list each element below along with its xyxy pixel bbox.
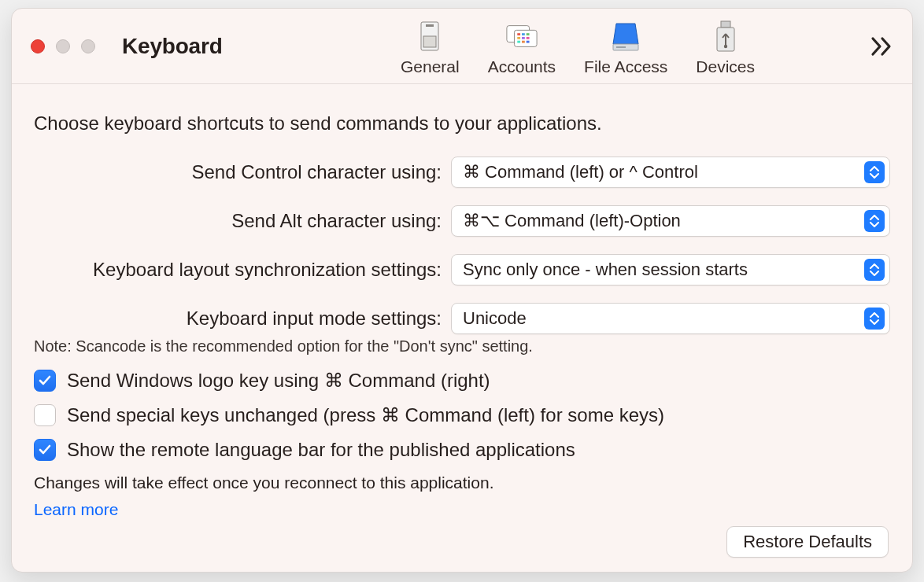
tab-label: Accounts bbox=[488, 57, 556, 76]
preferences-window: Keyboard General bbox=[11, 8, 913, 573]
row-label: Send Alt character using: bbox=[34, 210, 451, 232]
svg-rect-13 bbox=[527, 41, 530, 43]
row-label: Keyboard input mode settings: bbox=[34, 308, 451, 330]
svg-rect-7 bbox=[527, 33, 530, 35]
row-label: Send Control character using: bbox=[34, 161, 451, 183]
window-title: Keyboard bbox=[122, 34, 223, 59]
checkmark-icon bbox=[38, 374, 52, 388]
svg-rect-6 bbox=[522, 33, 525, 35]
svg-rect-1 bbox=[423, 36, 436, 47]
button-label: Restore Defaults bbox=[743, 532, 872, 552]
tab-accounts[interactable]: Accounts bbox=[483, 17, 560, 79]
select-stepper-icon bbox=[864, 308, 885, 330]
svg-rect-15 bbox=[616, 46, 626, 48]
tab-label: Devices bbox=[696, 57, 755, 76]
svg-rect-9 bbox=[522, 37, 525, 39]
tab-file-access[interactable]: File Access bbox=[579, 17, 672, 79]
langbar-checkbox[interactable] bbox=[34, 439, 56, 461]
select-value: ⌘⌥ Command (left)-Option bbox=[463, 211, 681, 231]
accounts-icon bbox=[505, 20, 538, 53]
chevrons-right-icon bbox=[870, 36, 893, 57]
checkbox-label: Send special keys unchanged (press ⌘ Com… bbox=[67, 404, 664, 426]
tab-label: File Access bbox=[584, 57, 667, 76]
checkmark-icon bbox=[38, 443, 52, 457]
toolbar-tabs: General Accounts bbox=[396, 17, 760, 79]
svg-rect-5 bbox=[517, 33, 520, 35]
svg-rect-12 bbox=[522, 41, 525, 43]
tab-devices[interactable]: Devices bbox=[691, 17, 760, 79]
checkbox-label: Show the remote language bar for the pub… bbox=[67, 439, 575, 461]
select-stepper-icon bbox=[864, 161, 885, 183]
preferences-body: Choose keyboard shortcuts to send comman… bbox=[12, 84, 912, 572]
minimize-window-button[interactable] bbox=[56, 39, 70, 53]
svg-rect-11 bbox=[517, 41, 520, 43]
tab-label: General bbox=[401, 57, 460, 76]
winlogo-checkbox[interactable] bbox=[34, 370, 56, 392]
special-keys-checkbox[interactable] bbox=[34, 404, 56, 426]
select-value: Unicode bbox=[463, 308, 527, 329]
select-value: ⌘ Command (left) or ^ Control bbox=[463, 162, 698, 182]
alt-character-select[interactable]: ⌘⌥ Command (left)-Option bbox=[451, 205, 890, 237]
titlebar: Keyboard General bbox=[12, 9, 912, 84]
zoom-window-button[interactable] bbox=[81, 39, 95, 53]
select-stepper-icon bbox=[864, 259, 885, 281]
slider-icon bbox=[413, 20, 446, 53]
usb-drive-icon bbox=[709, 20, 742, 53]
layout-sync-select[interactable]: Sync only once - when session starts bbox=[451, 254, 890, 285]
select-stepper-icon bbox=[864, 210, 885, 232]
learn-more-link[interactable]: Learn more bbox=[34, 500, 118, 519]
svg-point-18 bbox=[723, 45, 726, 48]
row-alt-character: Send Alt character using: ⌘⌥ Command (le… bbox=[34, 205, 890, 237]
checkbox-row-winlogo: Send Windows logo key using ⌘ Command (r… bbox=[34, 370, 890, 392]
row-input-mode: Keyboard input mode settings: Unicode bbox=[34, 303, 890, 334]
input-mode-select[interactable]: Unicode bbox=[451, 303, 890, 334]
scancode-note: Note: Scancode is the recommended option… bbox=[34, 337, 890, 355]
row-control-character: Send Control character using: ⌘ Command … bbox=[34, 157, 890, 188]
checkbox-row-special-keys: Send special keys unchanged (press ⌘ Com… bbox=[34, 404, 890, 426]
reconnect-note: Changes will take effect once you reconn… bbox=[34, 473, 890, 492]
tab-general[interactable]: General bbox=[396, 17, 464, 79]
checkbox-label: Send Windows logo key using ⌘ Command (r… bbox=[67, 370, 490, 392]
disk-icon bbox=[609, 20, 642, 53]
row-layout-sync: Keyboard layout synchronization settings… bbox=[34, 254, 890, 285]
traffic-lights bbox=[31, 39, 95, 53]
intro-text: Choose keyboard shortcuts to send comman… bbox=[34, 112, 890, 134]
control-character-select[interactable]: ⌘ Command (left) or ^ Control bbox=[451, 157, 890, 188]
restore-defaults-button[interactable]: Restore Defaults bbox=[726, 526, 889, 558]
svg-rect-10 bbox=[527, 37, 530, 39]
row-label: Keyboard layout synchronization settings… bbox=[34, 259, 451, 281]
toolbar-overflow-button[interactable] bbox=[870, 36, 898, 57]
checkbox-row-langbar: Show the remote language bar for the pub… bbox=[34, 439, 890, 461]
svg-rect-16 bbox=[721, 21, 730, 28]
close-window-button[interactable] bbox=[31, 39, 45, 53]
select-value: Sync only once - when session starts bbox=[463, 260, 748, 280]
svg-rect-2 bbox=[426, 24, 434, 27]
svg-rect-8 bbox=[517, 37, 520, 39]
